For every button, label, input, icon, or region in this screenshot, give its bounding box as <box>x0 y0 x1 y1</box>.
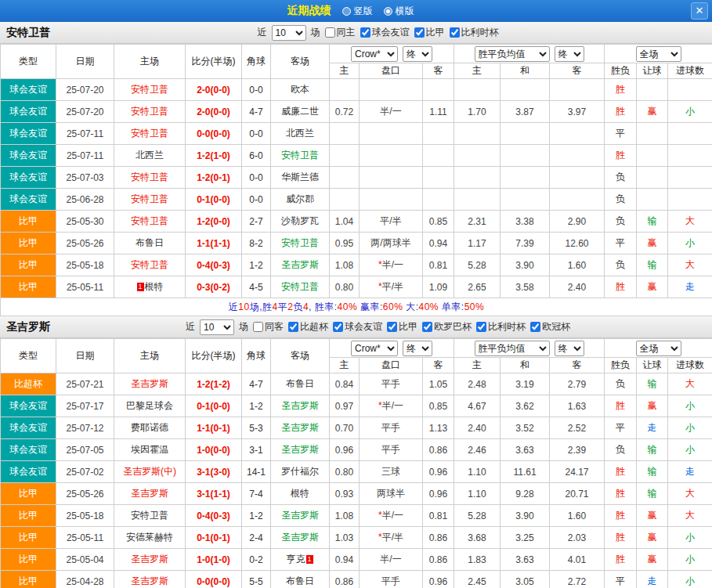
odds-company-select[interactable]: Crow* <box>351 46 398 62</box>
filter-checkbox[interactable] <box>414 27 425 38</box>
result-goals <box>668 189 712 211</box>
match-date: 25-07-03 <box>56 167 114 189</box>
filter-item-1-6[interactable]: 欧冠杯 <box>530 320 570 334</box>
home-team: 安特卫普 <box>114 505 186 527</box>
odds-final-select[interactable]: 终 <box>403 341 432 356</box>
competition-type: 比甲 <box>1 571 56 588</box>
sub-col-header: 客 <box>423 63 454 79</box>
odds-away: 1.05 <box>423 373 454 395</box>
corners: 2-7 <box>242 211 271 233</box>
summary-segment: 负 <box>293 301 303 312</box>
filter-checkbox[interactable] <box>253 322 263 332</box>
filter-item-1-3[interactable]: 比甲 <box>387 320 417 334</box>
radio-horizontal[interactable]: 横版 <box>384 5 414 18</box>
avg-draw: 3.05 <box>501 571 550 588</box>
match-date: 25-07-21 <box>56 373 114 395</box>
avg-home <box>454 167 501 189</box>
filter-checkbox[interactable] <box>450 27 460 38</box>
score: 3-1(3-0) <box>186 461 242 483</box>
handicap: 平手 <box>360 417 423 439</box>
filter-checkbox[interactable] <box>288 322 298 332</box>
team-name: 安特卫普 <box>281 237 319 248</box>
away-team: 华斯兰德 <box>271 167 330 189</box>
scope-select[interactable]: 全场 <box>636 46 681 62</box>
handicap <box>360 145 423 167</box>
filter-checkbox[interactable] <box>387 322 397 332</box>
section-header-1: 圣吉罗斯近10场同客比超杯球会友谊比甲欧罗巴杯比利时杯欧冠杯 <box>0 316 712 338</box>
result-outcome: 胜 <box>605 461 637 483</box>
avg-final-select[interactable]: 终 <box>555 341 584 356</box>
odds-final-select[interactable]: 终 <box>403 46 432 62</box>
filter-item-1-4[interactable]: 欧罗巴杯 <box>422 320 472 334</box>
col-header: 类型 <box>1 339 56 373</box>
team-name: 沙勒罗瓦 <box>281 215 319 226</box>
avg-away <box>550 167 605 189</box>
team-name: 埃因霍温 <box>131 444 168 455</box>
avg-home <box>454 79 501 101</box>
avg-draw: 3.63 <box>501 439 550 461</box>
filter-checkbox[interactable] <box>325 27 335 38</box>
result-goals: 小 <box>668 417 712 439</box>
handicap: 平手 <box>360 373 423 395</box>
filter-item-0-1[interactable]: 球会友谊 <box>360 26 410 39</box>
sub-col-header: 进球数 <box>668 358 712 373</box>
away-team: 欧本 <box>271 79 330 101</box>
sub-col-header: 让球 <box>637 63 668 79</box>
match-date: 25-07-05 <box>56 439 114 461</box>
filter-checkbox[interactable] <box>360 27 370 38</box>
filter-item-1-1[interactable]: 比超杯 <box>288 320 328 334</box>
avg-draw: 3.62 <box>501 395 550 417</box>
result-goals: 小 <box>668 439 712 461</box>
filter-item-1-0[interactable]: 同客 <box>253 320 284 334</box>
avg-odds-select[interactable]: 胜平负均值 <box>475 46 550 62</box>
odds-away: 0.86 <box>423 549 454 571</box>
competition-type: 球会友谊 <box>1 79 56 101</box>
result-handicap: 输 <box>637 254 668 276</box>
away-team: 罗什福尔 <box>271 461 330 483</box>
avg-draw <box>501 123 550 145</box>
home-team: 安特卫普 <box>114 79 186 101</box>
handicap: 半/一 <box>360 101 423 123</box>
asterisk-mark: * <box>378 532 382 543</box>
team-name: 巴黎足球会 <box>126 400 173 411</box>
match-row: 球会友谊25-07-03安特卫普1-2(0-1)0-0华斯兰德负 <box>1 167 712 189</box>
odds-company-select[interactable]: Crow* <box>351 341 398 356</box>
radio-vertical[interactable]: 竖版 <box>342 5 373 18</box>
result-goals: 小 <box>668 101 712 123</box>
avg-odds-select[interactable]: 胜平负均值 <box>475 341 550 356</box>
avg-away: 2.79 <box>550 373 605 395</box>
match-row: 比超杯25-07-21圣吉罗斯1-2(1-2)4-7布鲁日0.84平手1.052… <box>1 373 712 395</box>
asterisk-mark: * <box>378 259 382 270</box>
close-button[interactable]: ✕ <box>691 2 708 20</box>
score: 0-0(0-0) <box>186 123 242 145</box>
handicap: 平手 <box>360 439 423 461</box>
match-row: 球会友谊25-07-05埃因霍温1-0(0-0)3-1圣吉罗斯0.96平手0.8… <box>1 439 712 461</box>
avg-home: 5.28 <box>454 505 501 527</box>
sub-col-header: 盘口 <box>360 63 423 79</box>
home-team: 埃因霍温 <box>114 439 186 461</box>
filter-checkbox[interactable] <box>422 322 432 332</box>
handicap: *半/一 <box>360 505 423 527</box>
away-team: 安特卫普 <box>271 145 330 167</box>
result-outcome: 负 <box>605 439 637 461</box>
filter-item-0-3[interactable]: 比利时杯 <box>450 26 499 39</box>
filter-checkbox[interactable] <box>476 322 486 332</box>
filter-checkbox[interactable] <box>333 322 343 332</box>
result-handicap: 输 <box>637 461 668 483</box>
away-team: 威廉二世 <box>271 101 330 123</box>
team-name: 圣吉罗斯 <box>281 422 319 433</box>
match-count-select[interactable]: 10 <box>272 25 306 41</box>
filter-item-1-2[interactable]: 球会友谊 <box>333 320 382 334</box>
sub-col-header: 主 <box>454 358 501 373</box>
result-handicap: 输 <box>637 211 668 233</box>
odds-away: 0.85 <box>423 395 454 417</box>
filter-item-0-0[interactable]: 同主 <box>325 26 356 39</box>
avg-final-select[interactable]: 终 <box>555 46 584 62</box>
filter-checkbox[interactable] <box>530 322 540 332</box>
match-row: 球会友谊25-07-11安特卫普0-0(0-0)0-0北西兰平 <box>1 123 712 145</box>
filter-item-0-2[interactable]: 比甲 <box>414 26 445 39</box>
scope-select[interactable]: 全场 <box>636 341 681 356</box>
match-count-select[interactable]: 10 <box>200 319 234 335</box>
filter-item-1-5[interactable]: 比利时杯 <box>476 320 526 334</box>
home-team: 安德莱赫特 <box>114 527 186 549</box>
